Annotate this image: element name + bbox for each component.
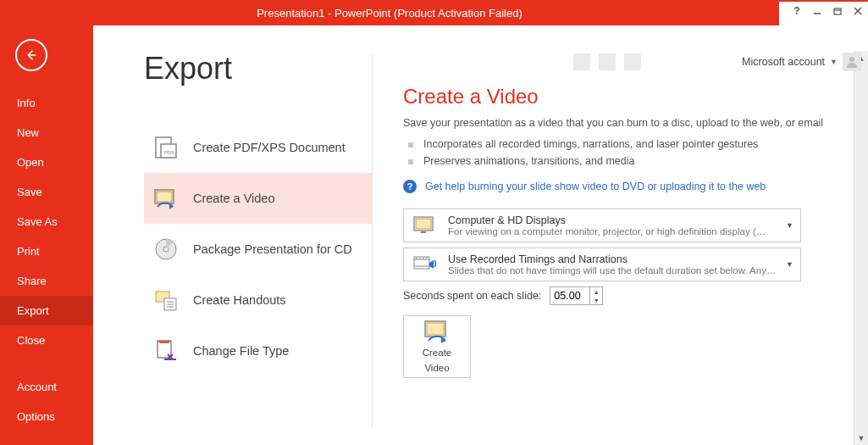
svg-point-26 (416, 258, 417, 259)
nav-new[interactable]: New (0, 118, 93, 147)
help-row: ? Get help burning your slide show video… (403, 180, 844, 193)
scroll-down-arrow[interactable]: ▼ (854, 431, 868, 445)
decorative-shapes (573, 51, 760, 73)
export-option-create-video[interactable]: Create a Video (144, 173, 372, 224)
restore-button[interactable] (827, 2, 848, 20)
export-options-column: PDF Create PDF/XPS Document Create a Vid… (93, 54, 373, 428)
svg-rect-10 (157, 192, 172, 202)
dropdown-title: Use Recorded Timings and Narrations (448, 253, 777, 265)
window-title: Presentation1 - PowerPoint (Product Acti… (0, 0, 779, 25)
help-button[interactable]: ? (787, 2, 807, 20)
create-video-icon (151, 183, 181, 214)
minimize-button[interactable] (807, 2, 827, 20)
window-title-text: Presentation1 - PowerPoint (Product Acti… (257, 7, 522, 19)
title-bar: Presentation1 - PowerPoint (Product Acti… (0, 0, 868, 25)
seconds-input[interactable] (550, 288, 589, 303)
nav-info[interactable]: Info (0, 88, 93, 118)
avatar (843, 53, 861, 71)
nav-export[interactable]: Export (0, 296, 93, 325)
nav-account[interactable]: Account (0, 372, 93, 402)
export-option-change-file-type[interactable]: Change File Type (144, 325, 372, 376)
back-button[interactable] (15, 39, 47, 71)
seconds-spinner[interactable]: ▲ ▼ (550, 286, 603, 305)
vertical-scrollbar[interactable]: ▲ ▼ (854, 51, 868, 445)
svg-text:PDF: PDF (164, 150, 174, 155)
svg-rect-22 (421, 231, 426, 233)
export-option-label: Change File Type (193, 344, 289, 358)
svg-point-27 (419, 258, 421, 259)
chevron-down-icon: ▼ (786, 260, 793, 269)
help-link[interactable]: Get help burning your slide show video t… (425, 181, 766, 192)
create-video-button[interactable]: Create Video (403, 315, 471, 378)
svg-rect-1 (834, 8, 841, 14)
svg-rect-31 (427, 323, 444, 335)
account-menu[interactable]: Microsoft account ▼ (742, 51, 861, 73)
create-video-button-line1: Create (423, 348, 452, 359)
dropdown-title: Computer & HD Displays (448, 214, 777, 226)
svg-point-5 (849, 57, 854, 62)
detail-bullets: Incorporates all recorded timings, narra… (403, 136, 844, 170)
handouts-icon (151, 285, 181, 315)
pdf-xps-icon: PDF (151, 132, 181, 163)
seconds-row: Seconds spent on each slide: ▲ ▼ (403, 286, 844, 305)
main-content: Export PDF Create PDF/XPS Document Creat… (93, 25, 868, 445)
svg-point-28 (423, 258, 424, 259)
page-title: Export (144, 51, 232, 86)
export-option-pdf-xps[interactable]: PDF Create PDF/XPS Document (144, 122, 372, 173)
dropdown-desc: For viewing on a computer monitor, proje… (448, 226, 777, 236)
nav-save-as[interactable]: Save As (0, 207, 93, 236)
export-option-label: Package Presentation for CD (193, 242, 352, 256)
backstage-sidebar: Info New Open Save Save As Print Share E… (0, 25, 93, 445)
export-option-label: Create PDF/XPS Document (193, 141, 346, 154)
nav-share[interactable]: Share (0, 266, 93, 296)
dropdown-desc: Slides that do not have timings will use… (448, 265, 777, 275)
nav-save[interactable]: Save (0, 177, 93, 207)
nav-close[interactable]: Close (0, 325, 93, 355)
close-button[interactable] (848, 2, 868, 20)
export-option-label: Create a Video (193, 192, 274, 205)
cd-icon (151, 234, 181, 264)
change-file-type-icon (151, 336, 181, 366)
spinner-down[interactable]: ▼ (590, 296, 602, 304)
detail-heading: Create a Video (403, 85, 844, 108)
bullet-item: Preserves animations, transitions, and m… (403, 153, 844, 170)
nav-options[interactable]: Options (0, 402, 93, 431)
svg-rect-21 (416, 219, 431, 229)
nav-open[interactable]: Open (0, 147, 93, 177)
spinner-up[interactable]: ▲ (590, 287, 602, 296)
display-icon (411, 213, 440, 238)
nav-print[interactable]: Print (0, 236, 93, 266)
chevron-down-icon: ▼ (786, 221, 793, 230)
help-icon: ? (403, 180, 417, 193)
arrow-left-icon (24, 47, 39, 63)
timings-dropdown[interactable]: Use Recorded Timings and Narrations Slid… (403, 248, 801, 281)
export-option-label: Create Handouts (193, 293, 286, 307)
detail-subtitle: Save your presentation as a video that y… (403, 117, 844, 129)
seconds-label: Seconds spent on each slide: (403, 290, 541, 302)
bullet-item: Incorporates all recorded timings, narra… (403, 136, 844, 153)
export-detail-column: Create a Video Save your presentation as… (373, 25, 868, 445)
export-option-handouts[interactable]: Create Handouts (144, 275, 372, 325)
svg-point-29 (426, 258, 428, 259)
create-video-button-line2: Video (424, 363, 449, 375)
create-video-icon (422, 319, 452, 344)
video-quality-dropdown[interactable]: Computer & HD Displays For viewing on a … (403, 209, 801, 242)
export-option-package-cd[interactable]: Package Presentation for CD (144, 224, 372, 275)
window-controls: ? (779, 0, 868, 25)
filmstrip-audio-icon (411, 252, 440, 277)
chevron-down-icon: ▼ (830, 58, 838, 66)
